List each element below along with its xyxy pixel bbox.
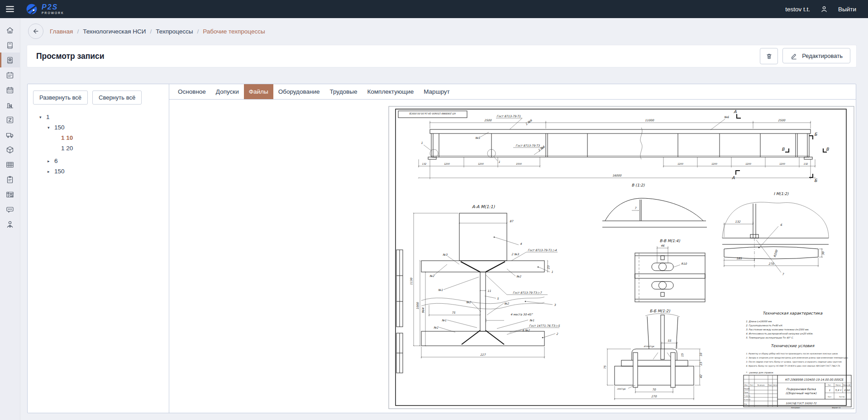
pos-label: №5 [475, 136, 481, 139]
delete-button[interactable] [760, 48, 778, 64]
tb-header: Масса [836, 384, 841, 386]
tree-node-selected[interactable]: 1 10 [33, 133, 163, 143]
tab-components[interactable]: Комплектующие [362, 84, 419, 99]
drawing-name: Подкрановая балка [786, 387, 816, 391]
pos-label: №1 [529, 319, 534, 322]
pos-label: №2 [466, 301, 472, 304]
app-logo[interactable]: P2S PROWORK [25, 3, 64, 15]
sidebar-item-factory[interactable] [0, 97, 20, 112]
file-preview-area: КП 2068998-150400-19-14.00.00.000СБ [169, 100, 856, 413]
tree-node[interactable]: ▾150 [33, 122, 163, 133]
hamburger-menu-button[interactable] [0, 0, 20, 18]
brand-subtitle: PROWORK [42, 12, 64, 15]
sidebar-item-calendar[interactable] [0, 82, 20, 97]
sidebar-item-hourglass[interactable] [0, 112, 20, 127]
dim-label: 10 [699, 353, 702, 357]
caret-down-icon[interactable]: ▾ [39, 115, 46, 119]
dim-label: 227 [480, 353, 486, 356]
tab-main[interactable]: Основное [173, 84, 211, 99]
tb-value: 1 [829, 389, 830, 391]
tb-row: Утв. [744, 403, 747, 405]
page-title: Просмотр записи [36, 52, 105, 61]
breadcrumb-item-home[interactable]: Главная [50, 28, 73, 35]
tree-node[interactable]: ▾1 [33, 112, 163, 122]
sidebar-item-clipboard[interactable] [0, 172, 20, 187]
sidebar-item-schedule[interactable] [0, 67, 20, 82]
home-icon [5, 26, 14, 35]
caret-right-icon[interactable]: ▸ [48, 169, 54, 174]
dim-label: 132 [735, 220, 741, 223]
breadcrumb-separator: / [197, 28, 199, 35]
tab-equipment[interactable]: Оборудование [273, 84, 325, 99]
dim-label: 87 [510, 220, 514, 223]
sidebar-item-chat[interactable] [0, 202, 20, 217]
collapse-all-button[interactable]: Свернуть всё [92, 91, 142, 105]
dim-label: 2500 [778, 119, 786, 122]
tb-footer: Формат А1 [832, 407, 840, 409]
sidebar-item-truck[interactable] [0, 127, 20, 142]
sidebar-item-package[interactable] [0, 142, 20, 157]
sidebar-item-registry-search[interactable] [0, 187, 20, 202]
calendar-icon [5, 86, 14, 95]
truck-icon [5, 130, 14, 139]
sidebar-item-journal-settings[interactable] [0, 52, 20, 67]
tech-note: * - размер для справок [746, 371, 774, 374]
edit-button[interactable]: Редактировать [782, 48, 850, 63]
expand-all-button[interactable]: Развернуть всё [33, 91, 88, 105]
dim-label: 1200 [779, 162, 786, 165]
tb-col: № докум. [758, 384, 765, 386]
tb-header: Масштаб [843, 384, 850, 386]
dim-label: 270 [768, 262, 774, 265]
tree-node[interactable]: ▸150 [33, 166, 163, 177]
tree-node-label: 6 [54, 158, 58, 164]
caret-right-icon[interactable]: ▸ [48, 159, 54, 163]
dim-label: 16000 [612, 174, 622, 177]
tab-route[interactable]: Маршрут [419, 84, 455, 99]
tech-line: 4. Красить балку по грунту ХС-068 ТУ 10-… [746, 365, 840, 367]
tb-row: Т.контр. [744, 395, 751, 397]
back-button[interactable] [28, 24, 43, 39]
tab-files[interactable]: Файлы [244, 84, 273, 99]
table-search-icon [5, 190, 14, 199]
weld-spec: Гост 8713-79-Т1 [496, 115, 520, 118]
pos-label: №6 [724, 115, 730, 119]
logout-button[interactable]: Выйти [838, 6, 856, 13]
caret-down-icon[interactable]: ▾ [48, 125, 54, 130]
tab-labor[interactable]: Трудовые [325, 84, 362, 99]
breadcrumb-separator: / [77, 28, 79, 35]
user-gear-icon [5, 220, 14, 229]
prowork-logo-icon [25, 3, 38, 15]
dim-label: 1200 [478, 162, 484, 165]
drawing-sheet[interactable]: КП 2068998-150400-19-14.00.00.000СБ [388, 106, 854, 409]
tab-bar: Основное Допуски Файлы Оборудование Труд… [169, 84, 856, 100]
package-icon [5, 145, 14, 154]
tree-node[interactable]: 1 20 [33, 143, 163, 153]
dim-label: 15 [681, 353, 684, 357]
operations-tree: ▾1 ▾150 1 10 1 20 ▸6 ▸150 [33, 112, 163, 177]
breadcrumb-item-nsi[interactable]: Технологическая НСИ [83, 28, 146, 35]
tab-tolerances[interactable]: Допуски [211, 84, 244, 99]
breadcrumb-item-processes[interactable]: Техпроцессы [156, 28, 193, 35]
pos-label: №2 [516, 275, 522, 278]
pos-label: №2 [504, 302, 510, 305]
journal-icon [5, 41, 14, 50]
dim-label: 132 [422, 162, 426, 165]
tech-line: 3. После сварки очистить балку от шлака,… [746, 361, 842, 363]
sidebar-item-home[interactable] [0, 23, 20, 38]
sidebar-item-user-settings[interactable] [0, 217, 20, 232]
user-icon[interactable] [820, 5, 828, 13]
weld-spec: Гост 14771-76-Т3 ▷5 [529, 324, 560, 327]
record-main: Основное Допуски Файлы Оборудование Труд… [169, 84, 856, 413]
tree-node[interactable]: ▸6 [33, 156, 163, 166]
fit-label: Ø20Н7/g6 [644, 345, 655, 348]
user-name: testov t.t. [785, 6, 810, 13]
schedule-icon [5, 71, 14, 80]
weld-spec: Гост 8713-79-Т3 ▷7 [513, 291, 542, 294]
weld-spec: Гост 8713-79-Т1 ▷4 [528, 248, 557, 252]
sidebar-item-table[interactable] [0, 157, 20, 172]
dim-label: 964 [421, 307, 424, 313]
breadcrumb-item-current[interactable]: Рабочие техпроцессы [203, 28, 265, 35]
sidebar-item-journal[interactable] [0, 38, 20, 52]
tree-node-label: 150 [54, 168, 65, 175]
tb-col: Лист [750, 384, 754, 386]
